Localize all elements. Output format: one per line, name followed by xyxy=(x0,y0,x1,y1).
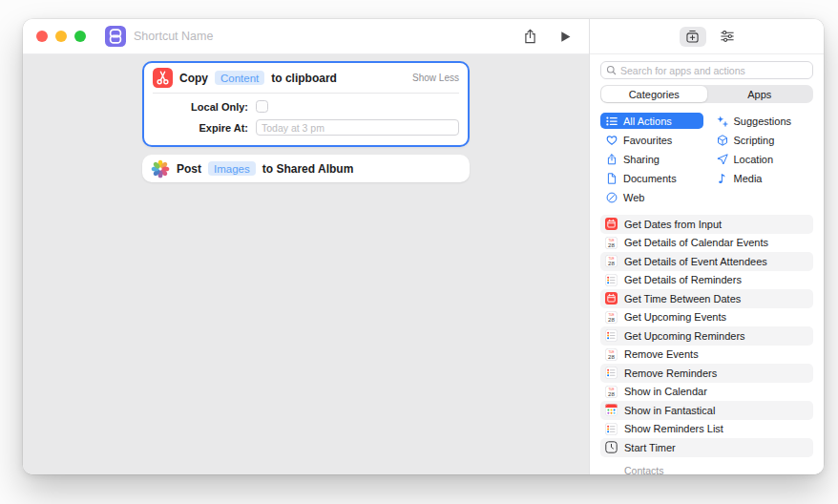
action-label: Get Upcoming Events xyxy=(624,311,726,323)
suggestions-icon xyxy=(717,116,728,127)
titlebar: Shortcut Name xyxy=(23,19,589,54)
action-list-item-show-reminders-list[interactable]: Show Reminders List xyxy=(600,420,813,439)
action-list-item-get-upcoming-events[interactable]: TUE28Get Upcoming Events xyxy=(600,308,813,327)
action-label: Remove Events xyxy=(624,348,699,360)
action-list-item-get-dates-from-input[interactable]: Get Dates from Input xyxy=(600,215,813,234)
calendar-28-icon: TUE28 xyxy=(605,255,618,267)
action-text-suffix: to clipboard xyxy=(271,72,337,85)
category-scripting[interactable]: Scripting xyxy=(711,132,814,148)
scripting-icon xyxy=(717,135,728,146)
categories-apps-segmented-control: Categories Apps xyxy=(600,85,813,103)
search-field[interactable] xyxy=(600,61,813,79)
action-list-item-show-in-fantastical[interactable]: Show in Fantastical xyxy=(600,401,813,420)
action-text-suffix: to Shared Album xyxy=(262,162,354,176)
svg-text:28: 28 xyxy=(608,389,615,396)
web-icon xyxy=(606,192,618,203)
action-label: Get Upcoming Reminders xyxy=(624,330,745,342)
category-documents[interactable]: Documents xyxy=(600,170,703,186)
zoom-button[interactable] xyxy=(74,31,86,42)
category-media[interactable]: Media xyxy=(711,170,814,186)
action-list-item-get-details-of-reminders[interactable]: Get Details of Reminders xyxy=(600,271,813,290)
date-red-icon xyxy=(605,218,618,230)
svg-text:28: 28 xyxy=(608,260,615,266)
category-sharing[interactable]: Sharing xyxy=(600,151,703,167)
svg-text:28: 28 xyxy=(608,352,615,359)
categories-column-1: All ActionsFavouritesSharingDocumentsWeb xyxy=(600,113,703,205)
category-web[interactable]: Web xyxy=(600,189,703,205)
category-label: Location xyxy=(734,154,774,165)
action-list-item-remove-events[interactable]: TUE28Remove Events xyxy=(600,346,813,365)
action-label: Get Details of Reminders xyxy=(624,274,742,285)
copy-clipboard-icon xyxy=(153,68,173,88)
shortcut-name-field[interactable]: Shortcut Name xyxy=(134,30,522,43)
action-card-copy-to-clipboard[interactable]: Copy Content to clipboard Show Less Loca… xyxy=(142,61,470,147)
category-label: Suggestions xyxy=(734,116,792,127)
action-label: Start Timer xyxy=(624,442,676,453)
search-icon xyxy=(606,65,617,75)
action-library-icon[interactable] xyxy=(680,27,706,47)
calendar-28-icon: TUE28 xyxy=(605,348,618,361)
heart-icon xyxy=(606,135,618,146)
fantastical-icon xyxy=(605,404,618,416)
reminders-icon xyxy=(605,329,618,342)
action-list: Get Dates from InputTUE28Get Details of … xyxy=(600,215,813,474)
action-label: Remove Reminders xyxy=(624,368,717,379)
action-list-item-get-upcoming-reminders[interactable]: Get Upcoming Reminders xyxy=(600,326,813,346)
expire-at-input[interactable] xyxy=(256,119,459,136)
variable-token-content[interactable]: Content xyxy=(215,71,264,85)
category-label: Sharing xyxy=(623,154,660,165)
card-fields: Local Only: Expire At: xyxy=(144,94,468,145)
calendar-28-icon: TUE28 xyxy=(605,386,618,398)
workflow-canvas: Copy Content to clipboard Show Less Loca… xyxy=(23,54,589,474)
action-list-item-get-details-of-event-attendees[interactable]: TUE28Get Details of Event Attendees xyxy=(600,252,813,271)
category-label: Media xyxy=(734,173,763,184)
calendar-28-icon: TUE28 xyxy=(605,237,618,249)
category-label: Scripting xyxy=(734,135,775,146)
categories-grid: All ActionsFavouritesSharingDocumentsWeb… xyxy=(600,113,813,205)
categories-column-2: SuggestionsScriptingLocationMedia xyxy=(711,113,814,205)
field-row-expire-at: Expire At: xyxy=(153,119,459,136)
media-icon xyxy=(717,173,728,184)
variable-token-images[interactable]: Images xyxy=(208,161,256,176)
svg-text:28: 28 xyxy=(608,315,615,322)
action-list-item-get-time-between-dates[interactable]: Get Time Between Dates xyxy=(600,289,813,308)
local-only-checkbox[interactable] xyxy=(256,100,268,113)
local-only-label: Local Only: xyxy=(153,101,248,113)
share-icon[interactable] xyxy=(522,29,538,45)
section-header-contacts: Contacts xyxy=(600,457,813,475)
close-button[interactable] xyxy=(36,31,48,42)
action-list-item-show-in-calendar[interactable]: TUE28Show in Calendar xyxy=(600,383,813,402)
location-icon xyxy=(717,154,728,165)
category-suggestions[interactable]: Suggestions xyxy=(711,113,814,129)
action-library-sidebar: Categories Apps All ActionsFavouritesSha… xyxy=(589,19,824,474)
action-label: Show Reminders List xyxy=(624,423,723,434)
show-less-button[interactable]: Show Less xyxy=(412,73,459,83)
category-label: Web xyxy=(623,192,644,203)
sidebar-header xyxy=(590,19,824,54)
calendar-28-icon: TUE28 xyxy=(605,311,618,324)
documents-icon xyxy=(606,173,618,184)
category-all-actions[interactable]: All Actions xyxy=(600,113,703,129)
svg-text:28: 28 xyxy=(608,241,615,247)
action-label: Get Details of Event Attendees xyxy=(624,256,767,267)
category-favourites[interactable]: Favourites xyxy=(600,132,703,148)
action-list-item-start-timer[interactable]: Start Timer xyxy=(600,438,813,457)
tab-categories[interactable]: Categories xyxy=(601,86,707,102)
date-red-icon xyxy=(605,292,618,304)
play-icon[interactable] xyxy=(559,31,572,43)
sliders-icon[interactable] xyxy=(720,29,735,44)
minimize-button[interactable] xyxy=(55,31,67,42)
action-label: Get Details of Calendar Events xyxy=(624,237,768,248)
search-input[interactable] xyxy=(620,65,807,76)
action-card-post-shared-album[interactable]: Post Images to Shared Album xyxy=(142,155,470,182)
sharing-icon xyxy=(606,154,618,165)
action-list-item-get-details-of-calendar-events[interactable]: TUE28Get Details of Calendar Events xyxy=(600,234,813,253)
tab-apps[interactable]: Apps xyxy=(707,86,813,102)
reminders-icon xyxy=(605,274,618,286)
action-list-item-remove-reminders[interactable]: Remove Reminders xyxy=(600,364,813,383)
category-label: All Actions xyxy=(623,116,672,127)
photos-app-icon xyxy=(151,159,170,178)
timer-icon xyxy=(605,441,618,453)
category-location[interactable]: Location xyxy=(711,151,814,167)
field-row-local-only: Local Only: xyxy=(153,100,459,113)
